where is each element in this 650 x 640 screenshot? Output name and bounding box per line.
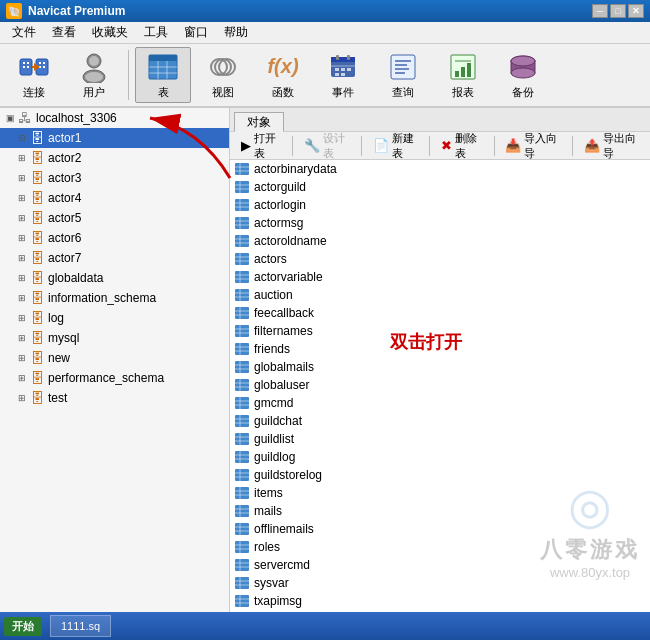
table-row[interactable]: globalmails bbox=[230, 358, 650, 376]
tree-db-log[interactable]: ⊞ 🗄 log bbox=[0, 308, 229, 328]
svg-rect-61 bbox=[235, 217, 249, 229]
svg-rect-65 bbox=[235, 235, 249, 247]
minimize-button[interactable]: ─ bbox=[592, 4, 608, 18]
svg-rect-49 bbox=[235, 163, 249, 175]
tree-db-actor2[interactable]: ⊞ 🗄 actor2 bbox=[0, 148, 229, 168]
toolbar-connect[interactable]: 连接 bbox=[6, 47, 62, 103]
toolbar-view-label: 视图 bbox=[212, 85, 234, 100]
table-row[interactable]: guildstorelog bbox=[230, 466, 650, 484]
db-name-log: log bbox=[48, 311, 64, 325]
delete-table-icon: ✖ bbox=[441, 138, 452, 153]
db-icon-actor6: 🗄 bbox=[30, 230, 44, 246]
menu-file[interactable]: 文件 bbox=[4, 22, 44, 43]
toolbar-event[interactable]: 事件 bbox=[315, 47, 371, 103]
menu-window[interactable]: 窗口 bbox=[176, 22, 216, 43]
toolbar-table[interactable]: 表 bbox=[135, 47, 191, 103]
table-row[interactable]: auction bbox=[230, 286, 650, 304]
menu-bar: 文件 查看 收藏夹 工具 窗口 帮助 bbox=[0, 22, 650, 44]
table-row[interactable]: guildlist bbox=[230, 430, 650, 448]
table-row[interactable]: roles bbox=[230, 538, 650, 556]
tab-objects[interactable]: 对象 bbox=[234, 112, 284, 132]
start-button[interactable]: 开始 bbox=[4, 617, 42, 636]
tree-db-actor5[interactable]: ⊞ 🗄 actor5 bbox=[0, 208, 229, 228]
toolbar-table-label: 表 bbox=[158, 85, 169, 100]
table-row[interactable]: globaluser bbox=[230, 376, 650, 394]
obj-toolbar-sep-1 bbox=[292, 136, 293, 156]
svg-rect-121 bbox=[235, 487, 249, 499]
svg-rect-35 bbox=[391, 55, 415, 79]
taskbar-item[interactable]: 1111.sq bbox=[50, 615, 111, 637]
db-expand-icon-actor2: ⊞ bbox=[16, 152, 28, 164]
obj-btn-new[interactable]: 📄 新建表 bbox=[366, 128, 426, 164]
table-row[interactable]: actorguild bbox=[230, 178, 650, 196]
import-wizard-icon: 📥 bbox=[505, 138, 521, 153]
db-name-globaldata: globaldata bbox=[48, 271, 103, 285]
table-row[interactable]: feecallback bbox=[230, 304, 650, 322]
db-name-actor6: actor6 bbox=[48, 231, 81, 245]
menu-help[interactable]: 帮助 bbox=[216, 22, 256, 43]
table-row[interactable]: items bbox=[230, 484, 650, 502]
table-row[interactable]: guildchat bbox=[230, 412, 650, 430]
svg-rect-113 bbox=[235, 451, 249, 463]
table-row[interactable]: mails bbox=[230, 502, 650, 520]
table-row-icon bbox=[234, 305, 250, 321]
tree-db-information-schema[interactable]: ⊞ 🗄 information_schema bbox=[0, 288, 229, 308]
tree-db-actor7[interactable]: ⊞ 🗄 actor7 bbox=[0, 248, 229, 268]
toolbar-view[interactable]: 视图 bbox=[195, 47, 251, 103]
svg-rect-17 bbox=[149, 55, 177, 61]
svg-rect-6 bbox=[39, 62, 41, 64]
table-row[interactable]: offlinemails bbox=[230, 520, 650, 538]
table-row[interactable]: sysvar bbox=[230, 574, 650, 592]
close-button[interactable]: ✕ bbox=[628, 4, 644, 18]
table-row[interactable]: guildlog bbox=[230, 448, 650, 466]
table-row-actors[interactable]: actors bbox=[230, 250, 650, 268]
table-row[interactable]: actorlogin bbox=[230, 196, 650, 214]
table-icon bbox=[147, 51, 179, 83]
table-row[interactable]: filternames bbox=[230, 322, 650, 340]
menu-favorites[interactable]: 收藏夹 bbox=[84, 22, 136, 43]
table-row-icon bbox=[234, 287, 250, 303]
tree-server[interactable]: ▣ 🖧 localhost_3306 bbox=[0, 108, 229, 128]
tree-db-actor1[interactable]: ⊟ 🗄 actor1 bbox=[0, 128, 229, 148]
obj-btn-design[interactable]: 🔧 设计表 bbox=[297, 128, 357, 164]
toolbar-function[interactable]: f(x) 函数 bbox=[255, 47, 311, 103]
obj-btn-import[interactable]: 📥 导入向导 bbox=[498, 128, 567, 164]
table-row-icon bbox=[234, 215, 250, 231]
svg-rect-69 bbox=[235, 253, 249, 265]
obj-btn-export[interactable]: 📤 导出向导 bbox=[577, 128, 646, 164]
menu-view[interactable]: 查看 bbox=[44, 22, 84, 43]
tree-db-actor3[interactable]: ⊞ 🗄 actor3 bbox=[0, 168, 229, 188]
menu-tools[interactable]: 工具 bbox=[136, 22, 176, 43]
table-row[interactable]: actormsg bbox=[230, 214, 650, 232]
table-row-icon bbox=[234, 557, 250, 573]
server-name: localhost_3306 bbox=[36, 111, 117, 125]
tree-db-actor4[interactable]: ⊞ 🗄 actor4 bbox=[0, 188, 229, 208]
tree-db-mysql[interactable]: ⊞ 🗄 mysql bbox=[0, 328, 229, 348]
table-row[interactable]: servercmd bbox=[230, 556, 650, 574]
tree-db-globaldata[interactable]: ⊞ 🗄 globaldata bbox=[0, 268, 229, 288]
tree-db-performance-schema[interactable]: ⊞ 🗄 performance_schema bbox=[0, 368, 229, 388]
table-row[interactable]: friends bbox=[230, 340, 650, 358]
obj-btn-delete[interactable]: ✖ 删除表 bbox=[434, 128, 489, 164]
table-row[interactable]: actorvariable bbox=[230, 268, 650, 286]
svg-rect-101 bbox=[235, 397, 249, 409]
toolbar-backup[interactable]: 备份 bbox=[495, 47, 551, 103]
svg-point-14 bbox=[89, 56, 99, 66]
db-expand-icon-actor1: ⊟ bbox=[16, 132, 28, 144]
obj-toolbar-sep-5 bbox=[572, 136, 573, 156]
toolbar-user[interactable]: 用户 bbox=[66, 47, 122, 103]
svg-rect-1 bbox=[23, 62, 25, 64]
table-row[interactable]: actoroldname bbox=[230, 232, 650, 250]
maximize-button[interactable]: □ bbox=[610, 4, 626, 18]
table-row[interactable]: gmcmd bbox=[230, 394, 650, 412]
db-icon-mysql: 🗄 bbox=[30, 330, 44, 346]
svg-rect-41 bbox=[455, 71, 459, 77]
table-row[interactable]: txapimsg bbox=[230, 592, 650, 610]
export-wizard-icon: 📤 bbox=[584, 138, 600, 153]
tree-db-actor6[interactable]: ⊞ 🗄 actor6 bbox=[0, 228, 229, 248]
tree-db-new[interactable]: ⊞ 🗄 new bbox=[0, 348, 229, 368]
tree-db-test[interactable]: ⊞ 🗄 test bbox=[0, 388, 229, 408]
obj-btn-open[interactable]: ▶ 打开表 bbox=[234, 128, 288, 164]
toolbar-query[interactable]: 查询 bbox=[375, 47, 431, 103]
toolbar-report[interactable]: 报表 bbox=[435, 47, 491, 103]
